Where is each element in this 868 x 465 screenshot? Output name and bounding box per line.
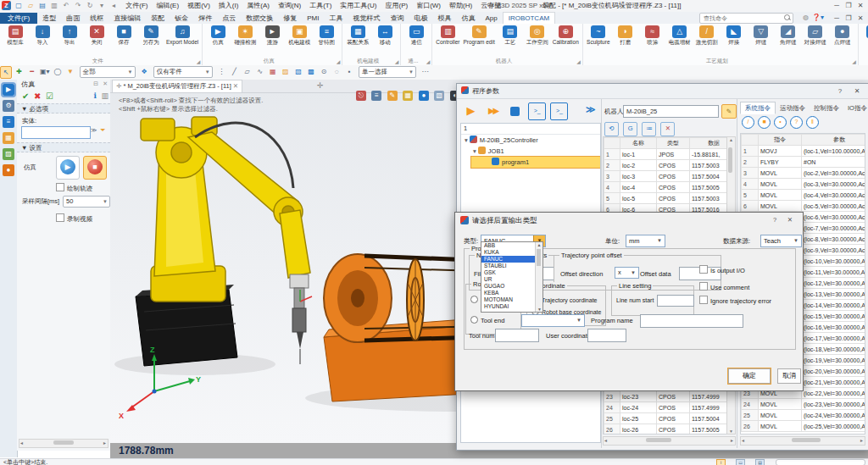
ribbon-button-mechatronics[interactable]: ▣机电建模 [286, 25, 313, 45]
doc-minimize-icon[interactable]: ─ [831, 13, 843, 24]
dropdown-option-kuka[interactable]: KUKA [481, 249, 542, 256]
remove-selection-icon[interactable]: ━ [26, 65, 37, 79]
filter-scope-select[interactable]: 仅有零件▼ [153, 66, 213, 78]
settings-section-header[interactable]: ▼ 设置 [17, 142, 110, 152]
group-dialog-launcher-icon[interactable]: ◢ [852, 58, 856, 64]
ribbon-button-sculpture[interactable]: ~Sculpture [585, 25, 612, 45]
ribbon-button-save[interactable]: ■保存 [110, 25, 137, 45]
command-tab-1[interactable]: 运动指令 [776, 102, 810, 113]
restore-window-icon[interactable]: ❐ [843, 0, 854, 11]
loc-table-row[interactable]: 24loc-24CPOS1157.4999 [604, 402, 729, 413]
quick-input[interactable] [776, 459, 865, 465]
ribbon-button-save-as[interactable]: ✎另存为 [137, 25, 164, 45]
ribbon-tab-3[interactable]: 线框 [85, 13, 108, 25]
ribbon-button-laser-cut[interactable]: /激光切割 [693, 25, 721, 45]
visual-manager-tab[interactable]: ▨ [3, 148, 14, 160]
ribbon-tab-14[interactable]: 查询 [385, 13, 409, 25]
ribbon-button-weld[interactable]: ◣焊接 [721, 25, 748, 45]
ribbon-tab-5[interactable]: 装配 [146, 13, 170, 25]
group-dialog-launcher-icon[interactable]: ◢ [337, 58, 341, 64]
document-tab[interactable]: ✛ * M_20iB变位机码垛管理程序.Z3 - [11] ✕ [112, 80, 242, 92]
ribbon-button-calibration[interactable]: ⊕Calibration [551, 25, 581, 45]
doc-tab-close-icon[interactable]: ✕ [233, 82, 238, 90]
solid-manager-tab[interactable]: ▦ [3, 132, 14, 144]
loc-table-row[interactable]: 4loc-4CPOS1157.5005 [604, 182, 729, 193]
dialog-help-icon[interactable]: ? [769, 213, 781, 228]
add-loc-icon[interactable]: ⟲ [604, 122, 619, 136]
fast-run-button[interactable]: ▶▶ [484, 102, 502, 120]
dropdown-option-staubli[interactable]: STAUBLI [481, 263, 542, 269]
cancel-x-icon[interactable]: ✖ [34, 91, 41, 101]
ribbon-tab-0[interactable]: 文件(F) [0, 13, 37, 25]
program-window-close-icon[interactable]: ✕ [850, 84, 864, 98]
command-table-row[interactable]: 2FLYBY#ON [742, 157, 866, 168]
dropdown-option-gugao[interactable]: GUGAO [481, 283, 542, 290]
info-icon[interactable]: ℹ [94, 91, 97, 100]
tree-node-job[interactable]: ▾ JOB1 [461, 146, 600, 157]
doc-info-icon[interactable]: i [716, 459, 726, 465]
close-window-icon[interactable]: ✕ [854, 0, 866, 11]
filter-class-select[interactable]: 全部▼ [80, 66, 136, 78]
expand-chevron-icon[interactable]: ≫ [91, 127, 97, 134]
loc-table-row[interactable]: 5loc-5CPOS1157.5003 [604, 193, 729, 204]
menu-item-1[interactable]: 编辑(E) [152, 0, 183, 12]
panel-close-icon[interactable]: ✕ [103, 80, 108, 87]
command-table-row[interactable]: 26MOVL(loc-25,Vel=30.00000,Acc=40. [742, 421, 866, 432]
dropdown-option-keba[interactable]: KEBA [481, 290, 542, 296]
new-tab-icon[interactable]: ✛ [317, 81, 324, 90]
face-filter-icon[interactable]: ▱ [242, 65, 253, 79]
select-mode-select[interactable]: 单一选择▼ [359, 66, 416, 78]
required-section-header[interactable]: ▼ 必选项 [17, 103, 110, 113]
draw-track-checkbox[interactable]: 绘制轨迹 [56, 183, 92, 193]
options-icon[interactable]: ▥ [101, 91, 108, 100]
panel-pin-icon[interactable]: ⊟ [93, 80, 98, 87]
dropdown-option-fanuc[interactable]: FANUC [481, 256, 542, 263]
output-config-select[interactable]: ▼ [521, 314, 585, 327]
menu-item-10[interactable]: 帮助(H) [445, 0, 476, 12]
ribbon-button-roam[interactable]: ►漫游 [259, 25, 286, 45]
scroll-thumb[interactable] [646, 438, 671, 442]
stop-program-button[interactable] [506, 102, 524, 120]
menu-item-0[interactable]: 文件(F) [121, 0, 152, 12]
undo-icon[interactable]: ↶ [61, 1, 71, 11]
edge-filter-icon[interactable]: ╱ [229, 65, 240, 79]
ribbon-button-workspace[interactable]: ◎工作空间 [524, 25, 551, 45]
ribbon-tab-7[interactable]: 焊件 [193, 13, 217, 25]
delete-loc-icon[interactable]: ✕ [660, 122, 675, 136]
stop-simulation-button[interactable]: ■ [83, 156, 107, 180]
doc-restore-icon[interactable]: ❐ [843, 13, 854, 24]
ribbon-tab-6[interactable]: 钣金 [170, 13, 193, 25]
command-table-hscrollbar[interactable]: ◄► [740, 436, 865, 446]
ribbon-button-gantt[interactable]: ≡甘特图 [313, 25, 340, 45]
tree-node-program[interactable]: program1 [471, 157, 600, 168]
ribbon-button-export-model[interactable]: ♫Export Model [164, 25, 200, 45]
entity-input[interactable] [21, 126, 91, 139]
filter-funnel-icon[interactable]: ▼ [64, 65, 75, 79]
is-output-io-checkbox[interactable]: Is output I/O [699, 265, 745, 274]
apply-check-icon[interactable]: ☑ [46, 91, 53, 101]
ribbon-button-import[interactable]: ↓导入 [29, 25, 56, 45]
ribbon-tab-9[interactable]: 数据交换 [241, 13, 278, 25]
tool-num-input[interactable] [495, 329, 539, 342]
interval-select[interactable]: 50▼ [63, 196, 110, 208]
use-comment-checkbox[interactable]: Use comment [699, 282, 749, 291]
pick-all-icon[interactable]: ▪ [344, 65, 355, 79]
menu-item-9[interactable]: 窗口(W) [412, 0, 445, 12]
group-dialog-launcher-icon[interactable]: ◢ [426, 58, 431, 64]
tree-filter-row[interactable]: 1 [461, 124, 600, 135]
line-num-start-input[interactable] [657, 295, 694, 307]
dropdown-option-motoman[interactable]: MOTOMAN [481, 296, 542, 303]
new-doc-icon[interactable]: ▢ [14, 1, 24, 11]
ribbon-button-communication[interactable]: ▭通信 [403, 25, 430, 45]
command-table-row[interactable]: 25MOVL(loc-24,Vel=30.00000,Acc=40. [742, 410, 866, 421]
cancel-button[interactable]: 取消 [777, 368, 801, 384]
group-dialog-launcher-icon[interactable]: ◢ [395, 58, 399, 64]
stop-command-icon[interactable]: ■ [758, 116, 771, 129]
ribbon-button-close[interactable]: ✕关闭 [83, 25, 110, 45]
command-table-row[interactable]: 4MOVL(loc-3,Vel=30.00000,Acc=40.0 [742, 179, 866, 190]
dropdown-scrollbar[interactable]: ▲▼ [535, 242, 542, 312]
ribbon-button-butt-weld[interactable]: ▱对接焊缝 [802, 25, 829, 45]
ribbon-button-spray[interactable]: ≈喷涂 [639, 25, 666, 45]
edit-loc-icon[interactable]: ≔ [642, 122, 656, 136]
robot-type-dropdown-list[interactable]: ABBKUKAFANUCSTAUBLIGSKURGUGAOKEBAMOTOMAN… [481, 241, 543, 313]
